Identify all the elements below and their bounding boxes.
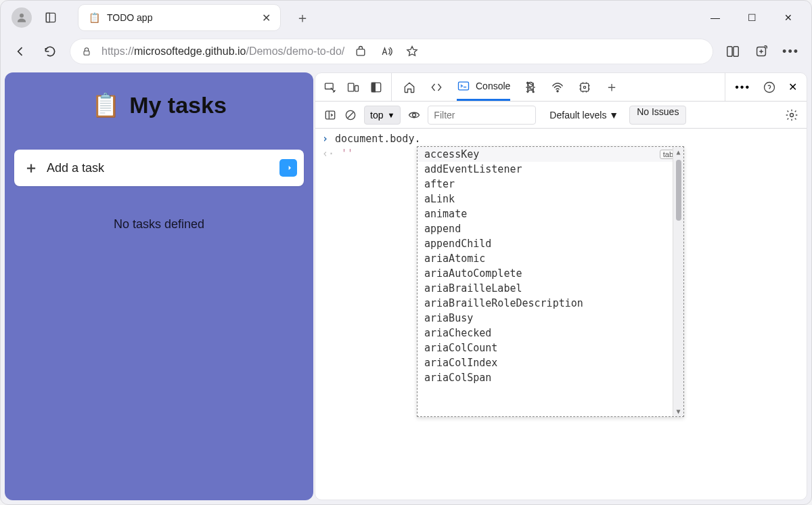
- dock-side-icon[interactable]: [369, 81, 383, 94]
- console-sidebar-toggle-icon[interactable]: [323, 108, 337, 122]
- scroll-thumb[interactable]: [676, 160, 681, 221]
- device-toolbar-icon[interactable]: [346, 81, 360, 94]
- inspect-element-icon[interactable]: [323, 81, 337, 94]
- browser-tab[interactable]: 📋 TODO app ✕: [78, 4, 281, 31]
- shopping-icon[interactable]: [354, 45, 367, 58]
- devtools-panel: Console ＋ ••• ✕ top▼: [315, 72, 807, 500]
- svg-point-15: [533, 91, 535, 92]
- autocomplete-item[interactable]: appendChild: [418, 236, 683, 251]
- favorite-star-icon[interactable]: [405, 45, 419, 58]
- console-prompt-row[interactable]: › document.body.: [315, 129, 807, 146]
- console-issues-button[interactable]: No Issues: [629, 106, 686, 125]
- read-aloud-icon[interactable]: [380, 45, 393, 58]
- add-task-submit-button[interactable]: [279, 159, 297, 177]
- devtools-tab-elements[interactable]: [430, 73, 443, 101]
- autocomplete-item[interactable]: ariaChecked: [418, 326, 683, 341]
- devtools-tab-sources-icon[interactable]: [524, 81, 537, 94]
- todo-page: 📋 My tasks ＋ Add a task No tasks defined: [5, 72, 313, 500]
- autocomplete-item[interactable]: ariaBrailleRoleDescription: [418, 296, 683, 311]
- svg-point-17: [557, 90, 558, 91]
- window-maximize-icon[interactable]: ☐: [745, 12, 759, 23]
- svg-rect-4: [357, 49, 365, 56]
- devtools-tab-welcome[interactable]: [403, 73, 416, 101]
- svg-rect-10: [355, 85, 359, 91]
- window-controls: — ☐ ✕: [708, 12, 805, 23]
- window-close-icon[interactable]: ✕: [782, 12, 795, 23]
- workspaces-icon[interactable]: [39, 5, 63, 30]
- devtools-help-icon[interactable]: [763, 81, 776, 94]
- autocomplete-scrollbar[interactable]: ▲ ▼: [673, 147, 683, 416]
- svg-point-19: [584, 86, 586, 88]
- split-screen-icon[interactable]: [725, 44, 740, 59]
- autocomplete-popup[interactable]: accessKey tab addEventListener after aLi…: [417, 146, 684, 417]
- tab-close-icon[interactable]: ✕: [262, 12, 271, 24]
- browser-window: 📋 TODO app ✕ ＋ — ☐ ✕ https://microsofted…: [0, 0, 812, 505]
- plus-icon: ＋: [24, 158, 39, 178]
- svg-rect-12: [371, 83, 375, 91]
- prompt-chevron-icon: ›: [322, 133, 328, 145]
- tab-favicon-clipboard-icon: 📋: [88, 12, 100, 24]
- svg-rect-5: [727, 47, 732, 57]
- autocomplete-list[interactable]: accessKey tab addEventListener after aLi…: [418, 147, 683, 416]
- autocomplete-item[interactable]: ariaBrailleLabel: [418, 281, 683, 296]
- more-menu-icon[interactable]: •••: [782, 45, 799, 59]
- devtools-more-icon[interactable]: •••: [735, 81, 750, 93]
- new-tab-button[interactable]: ＋: [290, 5, 315, 30]
- console-body[interactable]: › document.body. ‹· '' accessKey tab add…: [315, 129, 807, 500]
- output-chevron-icon: ‹·: [322, 148, 334, 160]
- autocomplete-item[interactable]: ariaAutoComplete: [418, 266, 683, 281]
- clipboard-icon: 📋: [91, 91, 120, 118]
- scroll-down-icon[interactable]: ▼: [676, 408, 680, 415]
- tab-title: TODO app: [107, 12, 152, 23]
- svg-rect-18: [581, 83, 589, 91]
- devtools-tab-network-icon[interactable]: [551, 81, 564, 94]
- add-task-row[interactable]: ＋ Add a task: [14, 150, 304, 186]
- console-filter-input[interactable]: [428, 106, 536, 125]
- autocomplete-item[interactable]: append: [418, 221, 683, 236]
- console-context-select[interactable]: top▼: [364, 106, 401, 125]
- devtools-tab-console[interactable]: Console: [457, 73, 510, 101]
- empty-state-text: No tasks defined: [114, 217, 204, 232]
- autocomplete-item[interactable]: ariaBusy: [418, 311, 683, 326]
- devtools-add-tab-icon[interactable]: ＋: [605, 78, 618, 96]
- svg-rect-13: [459, 82, 469, 90]
- svg-rect-21: [325, 111, 334, 119]
- address-bar: https://microsoftedge.github.io/Demos/de…: [1, 35, 811, 68]
- svg-rect-2: [46, 13, 49, 22]
- svg-rect-9: [348, 83, 354, 91]
- lock-icon: [81, 46, 92, 57]
- devtools-tab-performance-icon[interactable]: [578, 81, 591, 94]
- console-output-text: '': [341, 148, 353, 160]
- autocomplete-item[interactable]: addEventListener: [418, 162, 683, 177]
- content-area: 📋 My tasks ＋ Add a task No tasks defined: [1, 68, 811, 504]
- url-bar[interactable]: https://microsoftedge.github.io/Demos/de…: [70, 39, 713, 64]
- autocomplete-item[interactable]: animate: [418, 206, 683, 221]
- scroll-up-icon[interactable]: ▲: [676, 148, 680, 156]
- console-settings-gear-icon[interactable]: [785, 108, 798, 122]
- console-input-text[interactable]: document.body.: [335, 133, 420, 145]
- console-clear-icon[interactable]: [344, 108, 357, 122]
- console-levels-dropdown[interactable]: Default levels ▼: [549, 110, 618, 120]
- autocomplete-item[interactable]: ariaColIndex: [418, 355, 683, 370]
- autocomplete-item[interactable]: ariaColCount: [418, 341, 683, 355]
- autocomplete-item[interactable]: ariaAtomic: [418, 251, 683, 266]
- autocomplete-item[interactable]: after: [418, 177, 683, 192]
- add-task-placeholder: Add a task: [47, 161, 104, 175]
- svg-rect-1: [46, 13, 55, 22]
- refresh-button[interactable]: [40, 41, 60, 62]
- autocomplete-item[interactable]: aLink: [418, 192, 683, 206]
- svg-point-23: [413, 113, 416, 116]
- devtools-close-icon[interactable]: ✕: [788, 81, 797, 93]
- window-minimize-icon[interactable]: —: [708, 12, 722, 23]
- collections-icon[interactable]: [754, 44, 769, 59]
- svg-rect-8: [325, 83, 334, 89]
- devtools-tab-console-label: Console: [476, 81, 510, 91]
- svg-point-0: [20, 14, 24, 18]
- profile-avatar-icon[interactable]: [12, 7, 32, 28]
- autocomplete-item[interactable]: accessKey tab: [418, 147, 683, 162]
- live-expression-icon[interactable]: [407, 108, 421, 122]
- svg-rect-6: [734, 47, 738, 57]
- back-button[interactable]: [10, 41, 30, 62]
- autocomplete-item[interactable]: ariaColSpan: [418, 370, 683, 385]
- svg-point-24: [790, 113, 794, 116]
